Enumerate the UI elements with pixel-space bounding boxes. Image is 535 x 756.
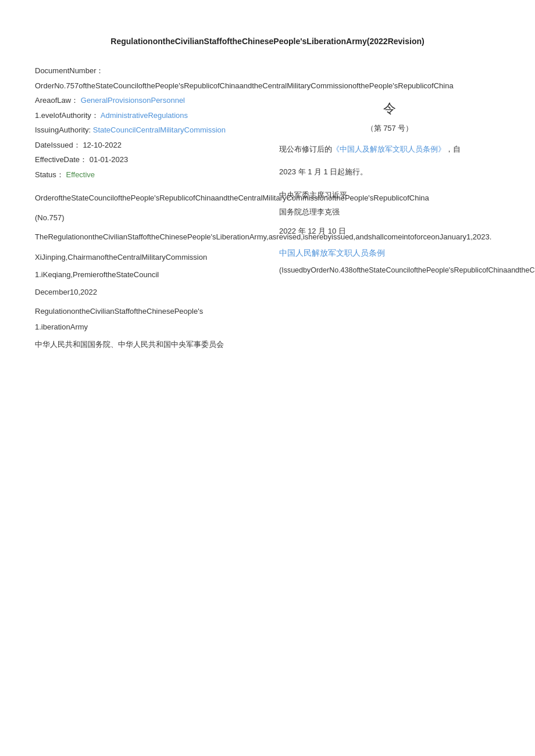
issuing-authority-label: IssuingAuthority:	[35, 126, 91, 134]
level-of-authority-link[interactable]: AdministrativeRegulations	[101, 111, 188, 120]
regulation-title-1: RegulationontheCivilianStaffoftheChinese…	[35, 305, 256, 318]
effective-date-row: EffectiveDate： 01-01-2023	[35, 154, 256, 166]
ling-character: 令	[279, 100, 500, 117]
announcement-line2: ，自	[445, 145, 461, 153]
area-of-law-label: AreaofLaw：	[35, 96, 79, 105]
level-of-authority-label: 1.evelofAuthority：	[35, 111, 99, 120]
chinese-issuer: 中华人民共和国国务院、中华人民共和国中央军事委员会	[35, 339, 256, 350]
signatory-1: XiJinping,ChairmanoftheCentralMilitaryCo…	[35, 253, 256, 261]
right-order-number: （第 757 号）	[279, 123, 500, 134]
meta-section: DocumentNumber： OrderNo.757oftheStateCou…	[35, 65, 256, 180]
area-of-law-row: AreaofLaw： GeneralProvisionsonPersonnel	[35, 95, 256, 106]
right-signatories: 中央军委主席习近平 国务院总理李克强	[279, 187, 500, 220]
date-issued-value: 12-10-2022	[83, 141, 122, 149]
effective-date-label: EffectiveDate：	[35, 155, 87, 164]
right-section-title: 中国人民解放军文职人员条例	[279, 248, 500, 259]
left-date: December10,2022	[35, 288, 256, 296]
announcement-line1: 现公布修订后的	[279, 145, 332, 153]
order-title: OrderoftheStateCouncilofthePeople'sRepub…	[35, 192, 256, 205]
page-title: RegulationontheCivilianStaffoftheChinese…	[35, 35, 500, 48]
issuing-authority-row: IssuingAuthority: StateCouncilCentralMil…	[35, 124, 256, 136]
right-description: (IssuedbyOrderNo.438oftheStateCounciloft…	[279, 264, 500, 277]
effective-date-value: 01-01-2023	[90, 155, 129, 164]
document-number-row: DocumentNumber：	[35, 65, 256, 77]
document-number-value: OrderNo.757oftheStateCouncilofthePeople'…	[35, 80, 256, 92]
right-column: 令 （第 757 号） 现公布修订后的《中国人及解放军文职人员条例》，自 202…	[268, 65, 500, 349]
left-column: DocumentNumber： OrderNo.757oftheStateCou…	[35, 65, 268, 349]
order-number: (No.757)	[35, 213, 256, 222]
status-label: Status：	[35, 170, 64, 179]
announcement-highlighted: 《中国人及解放军文职人员条例》	[332, 145, 445, 153]
right-signatory-2: 国务院总理李克强	[279, 204, 500, 221]
regulation-text: TheRegulationontheCivilianStaffoftheChin…	[35, 231, 256, 243]
date-issued-row: DateIssued： 12-10-2022	[35, 139, 256, 151]
announcement-text: 现公布修订后的《中国人及解放军文职人员条例》，自	[279, 142, 500, 156]
regulation-title-2: 1.iberationArmy	[35, 321, 256, 334]
date-issued-label: DateIssued：	[35, 141, 81, 149]
document-number-label: DocumentNumber：	[35, 66, 104, 75]
main-content: DocumentNumber： OrderNo.757oftheStateCou…	[35, 65, 500, 349]
signatory-2: 1.iKeqiang,PremieroftheStateCouncil	[35, 270, 256, 279]
right-signatory-1: 中央军委主席习近平	[279, 187, 500, 204]
right-date: 2022 年 12 月 10 日	[279, 226, 500, 237]
status-row: Status： Effective	[35, 169, 256, 181]
area-of-law-link[interactable]: GeneralProvisionsonPersonnel	[81, 96, 185, 105]
level-of-authority-row: 1.evelofAuthority： AdministrativeRegulat…	[35, 110, 256, 121]
status-badge: Effective	[66, 170, 95, 179]
issuing-authority-link[interactable]: StateCouncilCentralMilitaryCommission	[93, 126, 226, 134]
announcement-date: 2023 年 1 月 1 日起施行。	[279, 165, 500, 178]
